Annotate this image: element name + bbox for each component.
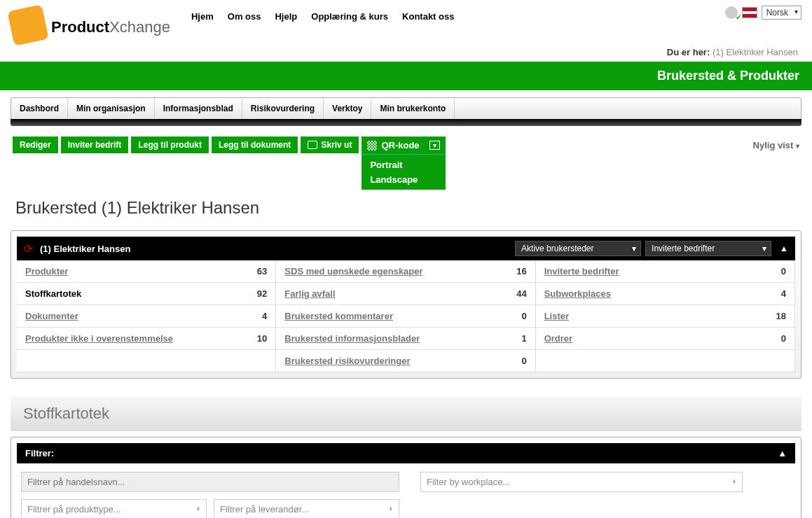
qr-option-landscape[interactable]: Landscape [362, 172, 445, 187]
qr-dropdown[interactable]: QR-kode ▾ Portrait Landscape [362, 136, 445, 190]
stat-value: 0 [781, 333, 786, 344]
nav-contact[interactable]: Kontakt oss [402, 11, 454, 22]
invite-company-button[interactable]: Inviter bedrift [61, 136, 129, 153]
stat-row [536, 350, 795, 372]
stat-link[interactable]: Stoffkartotek [25, 288, 81, 299]
stat-link[interactable]: Produkter [25, 266, 68, 276]
top-nav: Hjem Om oss Hjelp Opplæring & kurs Konta… [191, 6, 454, 22]
stat-value: 0 [521, 356, 526, 366]
stat-row: Dokumenter4 [17, 305, 276, 328]
workplace-filter[interactable]: Filter by workplace... [420, 472, 743, 492]
collapse-icon[interactable]: ▲ [778, 448, 787, 458]
stat-row: Subworkplaces4 [536, 283, 795, 305]
stat-value: 0 [781, 266, 786, 276]
stat-value: 16 [516, 266, 526, 276]
logo-icon [7, 4, 48, 46]
tradename-input[interactable] [21, 472, 399, 492]
stat-row: SDS med uønskede egenskaper16 [276, 260, 535, 283]
section-title: Stoffkartotek [11, 396, 801, 431]
nav-home[interactable]: Hjem [191, 11, 214, 22]
nav-about[interactable]: Om oss [228, 11, 261, 22]
stat-value: 18 [776, 311, 786, 321]
tab-tools[interactable]: Verktoy [324, 98, 371, 119]
panel-header: ⟳ (1) Elektriker Hansen Aktive brukerste… [17, 237, 795, 260]
print-button[interactable]: Skriv ut [301, 136, 359, 153]
stat-row: Inviterte bedrifter0 [536, 260, 795, 283]
add-product-button[interactable]: Legg til produkt [131, 136, 209, 153]
stat-value: 4 [781, 288, 786, 299]
stat-value: 92 [257, 288, 267, 299]
print-icon [308, 141, 317, 149]
stat-row: Brukersted risikovurderinger0 [276, 350, 535, 372]
stat-row: Brukersted kommentarer0 [276, 305, 535, 328]
tab-risk[interactable]: Risikovurdering [242, 98, 324, 119]
invited-companies-select[interactable]: Inviterte bedrifter [645, 241, 771, 256]
stat-row: Brukersted informasjonsblader1 [276, 328, 535, 350]
main-nav: Dashbord Min organisasjon Informasjonsbl… [11, 97, 801, 120]
page-title: Brukersted (1) Elektriker Hansen [0, 190, 812, 230]
user-icon[interactable] [725, 6, 738, 19]
stat-link[interactable]: SDS med uønskede egenskaper [284, 266, 422, 276]
stat-link[interactable]: Brukersted kommentarer [284, 311, 393, 321]
chevron-down-icon: ▾ [429, 141, 440, 150]
stat-row [17, 350, 276, 372]
stat-link[interactable]: Brukersted informasjonsblader [284, 333, 420, 344]
stat-link[interactable]: Dokumenter [25, 311, 78, 321]
nav-training[interactable]: Opplæring & kurs [311, 11, 388, 22]
recently-viewed-link[interactable]: Nylig vist ▾ [753, 136, 799, 150]
panel-title: (1) Elektriker Hansen [40, 244, 511, 254]
stat-row: Produkter ikke i overenstemmelse10 [17, 328, 276, 350]
chevron-down-icon: ▾ [796, 142, 799, 150]
tab-dashboard[interactable]: Dashbord [11, 98, 68, 119]
stat-row: Farlig avfall44 [276, 283, 535, 305]
tab-organization[interactable]: Min organisasjon [68, 98, 155, 119]
collapse-icon[interactable]: ▲ [780, 244, 788, 253]
logo[interactable]: ProductXchange [11, 6, 170, 43]
supplier-filter[interactable]: Filtrer på leverandør... [214, 499, 399, 518]
flag-icon [742, 7, 757, 18]
tab-account[interactable]: Min brukerkonto [371, 98, 455, 119]
stat-value: 10 [257, 333, 267, 344]
tab-infosheet[interactable]: Informasjonsblad [155, 98, 242, 119]
page-banner: Brukersted & Produkter [0, 62, 812, 90]
stat-link[interactable]: Farlig avfall [284, 288, 335, 299]
stat-value: 1 [521, 333, 526, 344]
stat-link[interactable]: Inviterte bedrifter [544, 266, 619, 276]
breadcrumb: Du er her: (1) Elektriker Hansen [0, 43, 812, 62]
stat-value: 63 [257, 266, 267, 276]
producttype-filter[interactable]: Filtrer på produkttype... [21, 499, 207, 518]
stat-link[interactable]: Brukersted risikovurderinger [284, 356, 410, 366]
edit-button[interactable]: Rediger [13, 136, 58, 153]
stat-link[interactable]: Lister [544, 311, 569, 321]
stat-value: 44 [516, 288, 526, 299]
stat-link[interactable]: Subworkplaces [544, 288, 611, 299]
stat-row: Produkter63 [17, 260, 276, 283]
add-document-button[interactable]: Legg til dokument [212, 136, 298, 153]
stat-row: Lister18 [536, 305, 795, 328]
filter-header: Filtrer: ▲ [17, 443, 795, 463]
active-workplaces-select[interactable]: Aktive brukersteder [515, 241, 641, 256]
refresh-icon[interactable]: ⟳ [24, 242, 33, 255]
language-select[interactable]: Norsk [762, 6, 801, 20]
stat-link[interactable]: Ordrer [544, 333, 572, 344]
stat-value: 0 [521, 311, 526, 321]
qr-icon [367, 141, 377, 150]
qr-option-portrait[interactable]: Portrait [362, 158, 445, 172]
stat-row: Stoffkartotek92 [17, 283, 276, 305]
stat-row: Ordrer0 [536, 328, 795, 350]
nav-help[interactable]: Hjelp [275, 11, 297, 22]
stat-link[interactable]: Produkter ikke i overenstemmelse [25, 333, 173, 344]
stat-value: 4 [262, 311, 267, 321]
